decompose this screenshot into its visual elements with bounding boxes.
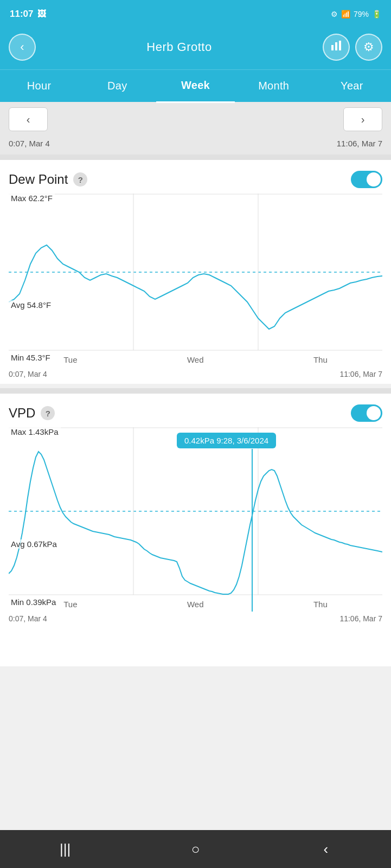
- header-right-buttons: ⚙: [323, 34, 382, 61]
- dew-point-header: Dew Point ?: [0, 171, 391, 194]
- dew-point-footer-end: 11:06, Mar 7: [339, 370, 382, 378]
- vpd-title: VPD: [9, 406, 35, 421]
- settings-button[interactable]: ⚙: [355, 34, 382, 61]
- vpd-tooltip-line: [252, 449, 253, 612]
- dew-point-x-labels: Tue Wed Thu: [9, 353, 382, 367]
- time-display: 11:07: [10, 9, 33, 20]
- status-bar: 11:07 🖼 ⚙ 📶 79% 🔋: [0, 0, 391, 28]
- dew-point-toggle[interactable]: [351, 171, 382, 188]
- photo-icon: 🖼: [37, 9, 46, 19]
- dew-point-x-tue: Tue: [63, 355, 77, 364]
- tab-day[interactable]: Day: [78, 70, 156, 102]
- vpd-x-wed: Wed: [187, 600, 204, 609]
- wifi-icon: ⚙: [331, 10, 338, 18]
- vpd-toggle[interactable]: [351, 404, 382, 422]
- nav-row: ‹ ›: [0, 102, 391, 137]
- nav-home-button[interactable]: ○: [130, 841, 260, 858]
- back-icon: ‹: [20, 40, 24, 54]
- vpd-svg-wrapper: [9, 427, 382, 597]
- tab-bar: Hour Day Week Month Year: [0, 69, 391, 102]
- header-title: Herb Grotto: [146, 40, 211, 54]
- dew-point-help-button[interactable]: ?: [73, 172, 87, 187]
- chart-button[interactable]: [323, 34, 350, 61]
- status-icons: ⚙ 📶 79% 🔋: [331, 10, 381, 18]
- gear-icon: ⚙: [363, 40, 374, 54]
- vpd-section: VPD ? 0.42kPa 9:28, 3/6/2024 Max 1.43kPa…: [0, 394, 391, 666]
- header: ‹ Herb Grotto ⚙: [0, 28, 391, 69]
- dew-point-title-group: Dew Point ?: [9, 172, 87, 187]
- dew-point-section: Dew Point ? Max 62.2°F Avg 54.8°F Min 45…: [0, 160, 391, 384]
- vpd-chart-area: 0.42kPa 9:28, 3/6/2024 Max 1.43kPa Avg 0…: [9, 427, 382, 623]
- back-nav-icon: ‹: [323, 841, 328, 858]
- next-button[interactable]: ›: [343, 107, 382, 131]
- dew-point-title: Dew Point: [9, 172, 68, 187]
- battery-display: 79%: [354, 10, 369, 18]
- tab-hour[interactable]: Hour: [0, 70, 78, 102]
- svg-rect-1: [335, 42, 337, 50]
- vpd-footer-dates: 0:07, Mar 4 11:06, Mar 7: [9, 611, 382, 623]
- svg-rect-0: [331, 45, 334, 50]
- vpd-x-thu: Thu: [313, 600, 328, 609]
- tab-year[interactable]: Year: [313, 70, 391, 102]
- nav-end-date: 11:06, Mar 7: [337, 139, 382, 148]
- tab-week[interactable]: Week: [156, 69, 234, 103]
- prev-icon: ‹: [27, 113, 30, 126]
- dew-point-svg-wrapper: [9, 194, 382, 353]
- tab-month[interactable]: Month: [235, 70, 313, 102]
- recent-apps-icon: |||: [60, 841, 70, 858]
- prev-button[interactable]: ‹: [9, 107, 48, 131]
- vpd-help-button[interactable]: ?: [41, 406, 55, 420]
- vpd-title-group: VPD ?: [9, 406, 55, 421]
- vpd-x-tue: Tue: [63, 600, 77, 609]
- nav-start-date: 0:07, Mar 4: [9, 139, 50, 148]
- dew-point-x-thu: Thu: [313, 355, 328, 364]
- battery-icon: 🔋: [372, 10, 381, 18]
- nav-recent-apps-button[interactable]: |||: [0, 841, 130, 858]
- dew-point-x-wed: Wed: [187, 355, 204, 364]
- vpd-footer-start: 0:07, Mar 4: [9, 614, 47, 623]
- dew-point-chart-area: Max 62.2°F Avg 54.8°F Min 45.3°F Tue Wed…: [9, 194, 382, 378]
- home-icon: ○: [191, 841, 200, 858]
- vpd-header: VPD ?: [0, 404, 391, 427]
- signal-icon: 📶: [341, 10, 350, 18]
- dew-point-footer-start: 0:07, Mar 4: [9, 370, 47, 378]
- back-button[interactable]: ‹: [9, 34, 36, 61]
- chart-icon: [330, 40, 342, 55]
- vpd-tooltip: 0.42kPa 9:28, 3/6/2024: [177, 433, 276, 448]
- vpd-footer-end: 11:06, Mar 7: [339, 614, 382, 623]
- vpd-x-labels: Tue Wed Thu: [9, 597, 382, 611]
- status-time: 11:07 🖼: [10, 9, 46, 20]
- nav-dates: 0:07, Mar 4 11:06, Mar 7: [0, 137, 391, 155]
- bottom-nav: ||| ○ ‹: [0, 830, 391, 868]
- nav-back-button[interactable]: ‹: [261, 841, 391, 858]
- svg-rect-2: [339, 41, 341, 50]
- next-icon: ›: [361, 113, 365, 126]
- dew-point-footer-dates: 0:07, Mar 4 11:06, Mar 7: [9, 367, 382, 378]
